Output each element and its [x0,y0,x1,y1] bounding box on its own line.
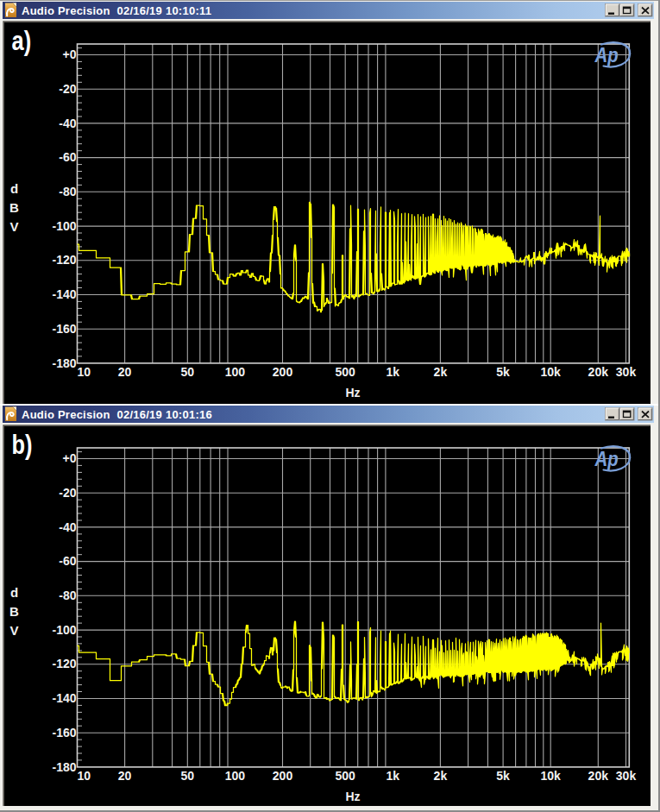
svg-text:d: d [10,181,18,196]
svg-text:20k: 20k [588,365,609,379]
svg-text:-160: -160 [52,322,76,336]
svg-text:100: 100 [225,365,246,379]
svg-text:10k: 10k [541,769,562,783]
svg-text:-120: -120 [52,253,76,267]
svg-text:20k: 20k [588,769,609,783]
svg-text:-80: -80 [59,185,76,198]
svg-text:5k: 5k [496,769,510,783]
svg-text:-60: -60 [59,554,76,568]
svg-text:b): b) [12,430,33,460]
svg-text:500: 500 [336,769,356,783]
svg-text:Hz: Hz [345,790,360,803]
svg-text:1k: 1k [387,769,400,783]
svg-text:d: d [10,585,18,600]
svg-text:-140: -140 [52,691,76,705]
svg-text:5k: 5k [496,365,510,379]
svg-text:100: 100 [225,769,246,783]
svg-text:10k: 10k [541,365,562,379]
svg-text:50: 50 [181,365,195,379]
svg-text:30k: 30k [616,365,637,379]
svg-text:-100: -100 [52,623,76,637]
svg-text:Audio Precision 02/16/19 10:0: Audio Precision 02/16/19 10:01:16 [22,408,212,421]
svg-text:20: 20 [118,365,132,379]
svg-text:50: 50 [181,769,195,783]
svg-text:-180: -180 [52,760,76,774]
svg-text:2k: 2k [434,769,448,783]
svg-text:500: 500 [336,365,356,379]
svg-text:-20: -20 [59,486,76,500]
svg-text:20: 20 [118,769,132,783]
svg-text:Audio Precision 02/16/19 10:1: Audio Precision 02/16/19 10:10:11 [22,4,211,17]
svg-text:V: V [9,219,18,234]
svg-text:Ap: Ap [594,447,619,470]
svg-text:-160: -160 [52,726,76,740]
svg-text:-20: -20 [59,82,76,96]
svg-text:30k: 30k [616,769,637,783]
svg-text:+0: +0 [63,451,77,465]
svg-text:10: 10 [78,769,91,783]
svg-text:-40: -40 [59,116,76,130]
svg-text:-100: -100 [52,219,76,233]
svg-text:-140: -140 [52,287,76,301]
svg-text:B: B [9,200,19,215]
svg-text:-180: -180 [52,356,76,370]
svg-text:-40: -40 [59,520,76,534]
svg-text:2k: 2k [434,365,448,379]
svg-text:a): a) [12,26,32,56]
svg-text:-80: -80 [59,589,76,602]
svg-text:-120: -120 [52,657,76,670]
svg-text:B: B [9,604,19,619]
svg-text:-60: -60 [59,150,76,164]
svg-text:V: V [9,623,18,638]
svg-text:10: 10 [78,365,91,379]
svg-text:1k: 1k [387,365,400,379]
svg-text:+0: +0 [63,47,77,61]
svg-text:Ap: Ap [594,43,619,66]
svg-text:200: 200 [273,769,293,783]
svg-text:200: 200 [273,365,293,379]
svg-text:Hz: Hz [345,386,360,400]
